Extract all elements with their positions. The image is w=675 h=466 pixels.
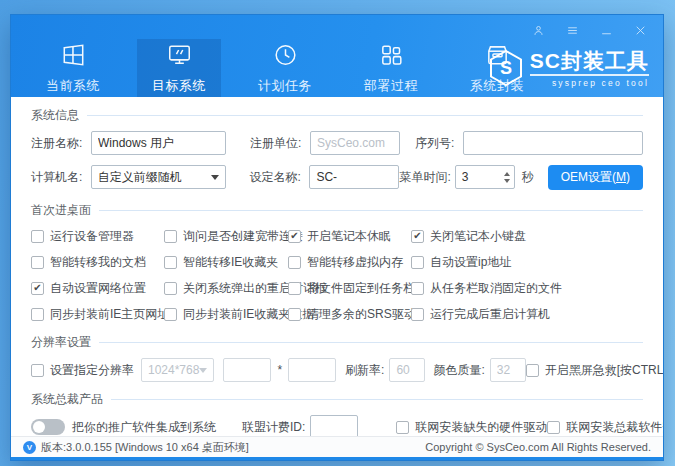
first-desktop-checkbox[interactable]: 智能转移我的文档 (31, 254, 164, 271)
resolution-height-input[interactable] (288, 358, 336, 382)
reg-name-label: 注册名称: (31, 135, 91, 152)
tab-current-system[interactable]: 当前系统 (31, 39, 115, 97)
menu-time-stepper[interactable]: 3 (455, 165, 515, 189)
online-driver-checkbox[interactable]: 联网安装缺失的硬件驱动 (396, 419, 547, 436)
set-name-input[interactable] (309, 165, 399, 189)
checkbox-label: 智能转移IE收藏夹 (183, 254, 278, 271)
checkbox-label: 清理多余的SRS驱动 (307, 306, 416, 323)
checkbox-icon[interactable] (411, 308, 424, 321)
refresh-rate-input[interactable] (389, 358, 425, 382)
main-content: 系统信息 注册名称: 注册单位: 序列号: 计算机名: 自定义前缀随机 设定名称… (11, 97, 663, 436)
first-desktop-checkbox[interactable]: 询问是否创建宽带连接 (164, 228, 288, 245)
first-desktop-checkbox[interactable]: 同步封装前IE收藏夹数据 (164, 306, 288, 323)
checkbox-icon[interactable] (411, 230, 424, 243)
version-badge-icon: V (23, 441, 36, 454)
checkbox-icon[interactable] (288, 308, 301, 321)
checkbox-icon[interactable] (164, 282, 177, 295)
version-info: V 版本:3.0.0.155 [Windows 10 x64 桌面环境] (23, 440, 249, 455)
menu-time-unit: 秒 (522, 169, 534, 186)
stepper-arrows[interactable] (504, 172, 510, 183)
checkbox-icon[interactable] (411, 256, 424, 269)
user-icon[interactable] (531, 23, 545, 37)
tab-label: 当前系统 (46, 77, 100, 95)
checkbox-icon[interactable] (164, 308, 177, 321)
products-row: 把你的推广软件集成到系统 联盟计费ID: 联网安装缺失的硬件驱动 联网安装总裁软… (31, 415, 643, 436)
window-bottom-accent (11, 457, 663, 460)
first-desktop-checkbox[interactable]: 运行设备管理器 (31, 228, 164, 245)
first-desktop-checkbox[interactable]: 清理多余的SRS驱动 (288, 306, 411, 323)
first-desktop-checkbox[interactable]: 开启笔记本休眠 (288, 228, 411, 245)
tab-deploy-process[interactable]: 部署过程 (349, 39, 433, 97)
first-desktop-checkbox[interactable]: 运行完成后重启计算机 (411, 306, 643, 323)
checkbox-icon[interactable] (31, 308, 44, 321)
blackscreen-rescue-checkbox[interactable]: 开启黑屏急救[按CTRL+F11] (526, 362, 663, 379)
tab-scheduled-tasks[interactable]: 计划任务 (243, 39, 327, 97)
first-desktop-checkbox[interactable]: 智能转移IE收藏夹 (164, 254, 288, 271)
grid-icon (378, 42, 405, 72)
app-window: 当前系统目标系统计划任务部署过程系统封装 S SC封装工具 sysprep ce… (10, 14, 664, 461)
tab-label: 目标系统 (152, 77, 206, 95)
logo-subtitle: sysprep ceo tool (552, 79, 649, 88)
enable-resolution-checkbox[interactable]: 设置指定分辨率 (31, 362, 134, 379)
app-logo: S SC封装工具 sysprep ceo tool (489, 50, 649, 88)
first-desktop-checkbox[interactable]: 关闭笔记本小键盘 (411, 228, 643, 245)
section-rule (87, 115, 643, 116)
billing-id-label: 联盟计费ID: (242, 419, 305, 436)
checkbox-label: 将文件固定到任务栏 (307, 280, 415, 297)
copyright-text: Copyright © SysCeo.com All Rights Reserv… (425, 441, 651, 453)
checkbox-icon[interactable] (164, 230, 177, 243)
section-resolution: 分辨率设置 (31, 334, 643, 350)
resolution-width-input[interactable] (223, 358, 271, 382)
checkbox-icon[interactable] (526, 364, 539, 377)
checkbox-label: 关闭笔记本小键盘 (430, 228, 526, 245)
minimize-icon[interactable] (599, 23, 613, 37)
first-desktop-checkbox[interactable]: 从任务栏取消固定的文件 (411, 280, 643, 297)
chevron-down-icon (199, 368, 207, 373)
first-desktop-checkbox[interactable]: 自动设置网络位置 (31, 280, 164, 297)
computer-name-select[interactable]: 自定义前缀随机 (91, 165, 226, 189)
checkbox-icon[interactable] (164, 256, 177, 269)
oem-settings-button[interactable]: OEM设置(M) (548, 165, 643, 190)
set-name-label: 设定名称: (250, 169, 310, 186)
color-quality-input[interactable] (490, 358, 526, 382)
tab-target-system[interactable]: 目标系统 (137, 39, 221, 97)
checkbox-label: 智能转移虚拟内存 (307, 254, 403, 271)
checkbox-icon[interactable] (547, 421, 560, 434)
resolution-preset-select[interactable]: 1024*768 (141, 358, 214, 382)
serial-input[interactable] (463, 131, 643, 155)
checkbox-icon[interactable] (396, 421, 409, 434)
first-desktop-checkbox[interactable]: 关闭系统弹出的重启对话框 (164, 280, 288, 297)
monitor-icon (166, 42, 193, 72)
section-system-info: 系统信息 (31, 107, 643, 123)
promo-software-toggle[interactable] (31, 419, 65, 435)
first-desktop-checkbox[interactable]: 同步封装前IE主页网址 (31, 306, 164, 323)
checkbox-label: 开启笔记本休眠 (307, 228, 391, 245)
first-desktop-checkbox[interactable]: 将文件固定到任务栏 (288, 280, 411, 297)
tab-label: 计划任务 (258, 77, 312, 95)
close-icon[interactable] (633, 23, 647, 37)
header: 当前系统目标系统计划任务部署过程系统封装 S SC封装工具 sysprep ce… (11, 15, 663, 97)
checkbox-icon[interactable] (288, 282, 301, 295)
menu-icon[interactable] (565, 23, 579, 37)
reg-name-input[interactable] (91, 131, 226, 155)
reg-org-input[interactable] (310, 131, 400, 155)
first-desktop-checkbox[interactable]: 智能转移虚拟内存 (288, 254, 411, 271)
system-info-row-1: 注册名称: 注册单位: 序列号: (31, 131, 643, 155)
online-installer-checkbox[interactable]: 联网安装总裁软件安装器 (547, 419, 663, 436)
arrow-up-icon[interactable] (504, 172, 510, 176)
checkbox-icon[interactable] (31, 230, 44, 243)
billing-id-input[interactable] (310, 415, 358, 436)
checkbox-icon[interactable] (31, 256, 44, 269)
checkbox-icon[interactable] (288, 256, 301, 269)
checkbox-icon[interactable] (31, 364, 44, 377)
first-desktop-checkbox[interactable]: 自动设置ip地址 (411, 254, 643, 271)
checkbox-icon[interactable] (31, 282, 44, 295)
checkbox-icon[interactable] (411, 282, 424, 295)
system-info-row-2: 计算机名: 自定义前缀随机 设定名称: 菜单时间: 3 秒 OEM设置(M) (31, 165, 643, 189)
svg-text:S: S (500, 58, 512, 78)
arrow-down-icon[interactable] (504, 179, 510, 183)
refresh-rate-label: 刷新率: (345, 362, 384, 379)
checkbox-icon[interactable] (288, 230, 301, 243)
resolution-separator: * (277, 363, 282, 377)
serial-label: 序列号: (415, 135, 463, 152)
